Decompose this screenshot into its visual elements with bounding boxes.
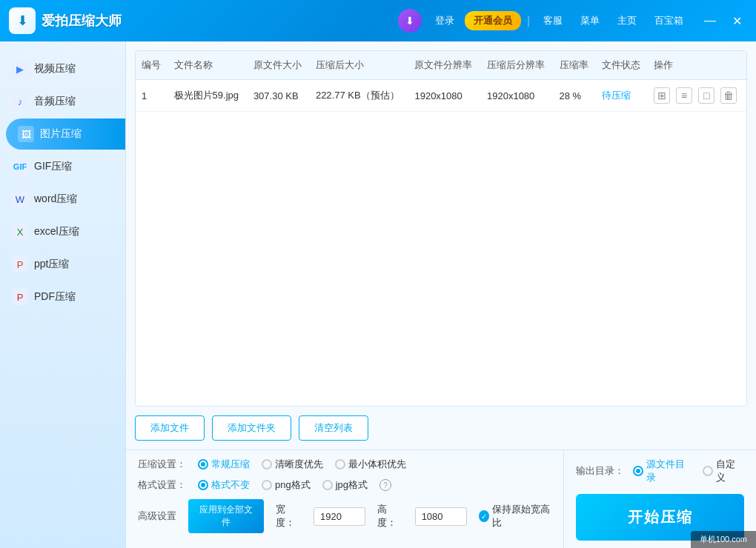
col-header-action: 操作 xyxy=(648,51,746,80)
window-controls: — ✕ xyxy=(700,10,747,31)
sidebar-label-word: word压缩 xyxy=(34,193,77,206)
pdf-icon: P xyxy=(12,289,28,305)
compression-settings-row: 压缩设置： 常规压缩 清晰度优先 最小体积优先 xyxy=(138,458,551,471)
audio-icon: ♪ xyxy=(12,93,28,110)
keep-ratio-label: 保持原始宽高比 xyxy=(492,503,551,529)
sidebar-label-image: 图片压缩 xyxy=(40,127,82,141)
radio-png-label: png格式 xyxy=(275,478,311,492)
radio-png[interactable]: png格式 xyxy=(262,478,311,492)
folder-icon[interactable]: □ xyxy=(698,87,714,104)
video-icon: ▶ xyxy=(12,61,28,77)
ppt-icon: P xyxy=(12,256,28,273)
advanced-label: 高级设置 xyxy=(138,509,176,523)
radio-png-dot xyxy=(262,480,272,490)
keep-ratio-checkbox[interactable]: ✓ 保持原始宽高比 xyxy=(479,503,551,529)
file-table: 编号 文件名称 原文件大小 压缩后大小 原文件分辨率 压缩后分辨率 压缩率 文件… xyxy=(136,51,746,112)
lower-left: 压缩设置： 常规压缩 清晰度优先 最小体积优先 xyxy=(126,450,563,548)
height-label: 高度： xyxy=(377,503,403,529)
cell-filename: 极光图片59.jpg xyxy=(168,80,248,112)
radio-jpg-dot xyxy=(322,480,333,490)
delete-icon[interactable]: 🗑 xyxy=(720,87,737,104)
col-header-comp-res: 压缩后分辨率 xyxy=(481,51,554,80)
col-header-rate: 压缩率 xyxy=(554,51,596,80)
cell-comp-res: 1920x1080 xyxy=(481,80,554,112)
titlebar-nav: ⬇ 登录 开通会员 | 客服 菜单 主页 百宝箱 — ✕ xyxy=(398,9,747,33)
radio-unchanged-label: 格式不变 xyxy=(211,478,250,492)
col-header-orig-size: 原文件大小 xyxy=(248,51,310,80)
advanced-settings-row: 高级设置 应用到全部文件 宽度： 高度： ✓ 保持原始宽高比 xyxy=(138,499,551,533)
nav-divider: | xyxy=(527,15,530,27)
format-label: 格式设置： xyxy=(138,478,186,492)
service-button[interactable]: 客服 xyxy=(536,11,570,30)
sidebar-item-word[interactable]: W word压缩 xyxy=(0,184,125,215)
image-icon: 🖼 xyxy=(18,126,34,142)
sidebar-item-pdf[interactable]: P PDF压缩 xyxy=(0,281,125,313)
keep-ratio-check-icon: ✓ xyxy=(479,510,489,522)
preview-icon[interactable]: ⊞ xyxy=(654,87,670,104)
radio-jpg[interactable]: jpg格式 xyxy=(322,478,368,492)
add-folder-button[interactable]: 添加文件夹 xyxy=(212,415,291,441)
cell-orig-size: 307.30 KB xyxy=(248,80,310,112)
width-input[interactable] xyxy=(314,507,365,526)
table-row: 1 极光图片59.jpg 307.30 KB 222.77 KB（预估） 192… xyxy=(136,80,746,112)
vip-button[interactable]: 开通会员 xyxy=(465,11,521,30)
radio-normal[interactable]: 常规压缩 xyxy=(198,458,250,471)
action-icons-group: ⊞ ≡ □ 🗑 xyxy=(654,87,740,104)
radio-clarity[interactable]: 清晰度优先 xyxy=(262,458,323,471)
radio-source-dir[interactable]: 源文件目录 xyxy=(633,458,694,484)
radio-jpg-label: jpg格式 xyxy=(336,478,368,492)
content-area: 编号 文件名称 原文件大小 压缩后大小 原文件分辨率 压缩后分辨率 压缩率 文件… xyxy=(126,41,756,548)
menu-button[interactable]: 菜单 xyxy=(573,11,607,30)
width-label: 宽度： xyxy=(276,503,302,529)
sidebar-item-excel[interactable]: X excel压缩 xyxy=(0,216,125,247)
sidebar-item-audio[interactable]: ♪ 音频压缩 xyxy=(0,86,125,117)
clear-list-button[interactable]: 清空列表 xyxy=(299,415,368,441)
col-header-orig-res: 原文件分辨率 xyxy=(408,51,481,80)
sidebar-item-ppt[interactable]: P ppt压缩 xyxy=(0,249,125,280)
app-title: 爱拍压缩大师 xyxy=(42,12,122,30)
cell-rate: 28 % xyxy=(554,80,596,112)
radio-unchanged[interactable]: 格式不变 xyxy=(198,478,250,492)
titlebar: ⬇ 爱拍压缩大师 ⬇ 登录 开通会员 | 客服 菜单 主页 百宝箱 — ✕ xyxy=(0,0,756,41)
status-badge: 待压缩 xyxy=(602,90,631,101)
compression-label: 压缩设置： xyxy=(138,458,186,471)
radio-size-label: 最小体积优先 xyxy=(348,458,406,471)
gif-icon: GIF xyxy=(12,158,28,175)
watermark-text: 单机100.com xyxy=(700,534,747,545)
radio-size[interactable]: 最小体积优先 xyxy=(335,458,406,471)
apply-all-button[interactable]: 应用到全部文件 xyxy=(188,499,264,533)
radio-source-label: 源文件目录 xyxy=(646,458,694,484)
sidebar-item-video[interactable]: ▶ 视频压缩 xyxy=(0,53,125,84)
minimize-button[interactable]: — xyxy=(700,10,720,31)
watermark: 单机100.com xyxy=(691,531,756,548)
download-icon: ⬇ xyxy=(398,9,422,33)
output-dir-row: 输出目录： 源文件目录 自定义 xyxy=(576,458,744,484)
main-container: ▶ 视频压缩 ♪ 音频压缩 🖼 图片压缩 GIF GIF压缩 W word压缩 … xyxy=(0,41,756,548)
sidebar: ▶ 视频压缩 ♪ 音频压缩 🖼 图片压缩 GIF GIF压缩 W word压缩 … xyxy=(0,41,126,548)
radio-size-dot xyxy=(335,459,345,470)
sidebar-item-gif[interactable]: GIF GIF压缩 xyxy=(0,151,125,182)
sidebar-label-pdf: PDF压缩 xyxy=(34,290,76,304)
format-radio-group: 格式不变 png格式 jpg格式 ? xyxy=(198,478,391,492)
col-header-status: 文件状态 xyxy=(596,51,649,80)
file-actions: 添加文件 添加文件夹 清空列表 xyxy=(126,407,756,450)
cell-id: 1 xyxy=(136,80,168,112)
col-header-filename: 文件名称 xyxy=(168,51,248,80)
home-button[interactable]: 主页 xyxy=(610,11,644,30)
radio-unchanged-dot xyxy=(198,480,208,490)
height-input[interactable] xyxy=(415,507,467,526)
sidebar-label-gif: GIF压缩 xyxy=(34,160,72,173)
help-icon[interactable]: ? xyxy=(379,479,391,491)
output-label: 输出目录： xyxy=(576,464,624,478)
sidebar-item-image[interactable]: 🖼 图片压缩 xyxy=(6,118,125,150)
radio-normal-label: 常规压缩 xyxy=(211,458,250,471)
radio-custom-dir[interactable]: 自定义 xyxy=(703,458,744,484)
login-button[interactable]: 登录 xyxy=(428,11,462,30)
add-file-button[interactable]: 添加文件 xyxy=(135,415,205,441)
close-button[interactable]: ✕ xyxy=(726,10,747,31)
toolbox-button[interactable]: 百宝箱 xyxy=(647,11,691,30)
cell-orig-res: 1920x1080 xyxy=(408,80,481,112)
format-settings-row: 格式设置： 格式不变 png格式 jpg格式 xyxy=(138,478,551,492)
edit-icon[interactable]: ≡ xyxy=(676,87,692,104)
col-header-comp-size: 压缩后大小 xyxy=(310,51,409,80)
